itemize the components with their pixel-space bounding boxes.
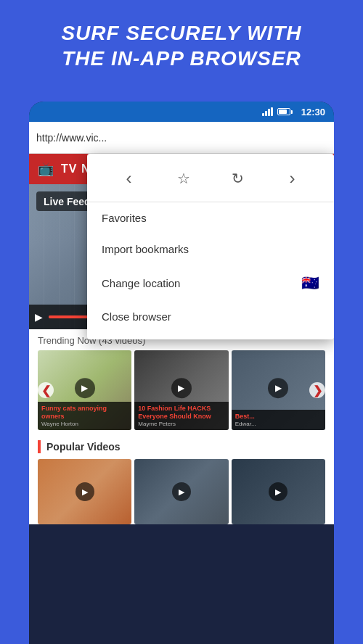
thumb-author: Wayne Horton [41,421,128,427]
menu-item-import-bookmarks[interactable]: Import bookmarks [87,234,334,265]
popular-header: Popular Videos [29,437,334,456]
tv-icon: 📺 [38,161,54,177]
pop-play-icon: ▶ [269,482,287,501]
menu-item-favorites[interactable]: Favorites [87,202,334,234]
bookmark-button[interactable]: ☆ [171,165,197,191]
thumb-info: 10 Fashion Life HACKS Everyone Should Kn… [134,402,228,430]
thumb-play-icon: ▶ [171,378,192,398]
favorites-label: Favorites [102,212,147,224]
status-time: 12:30 [301,107,325,117]
trending-next-button[interactable]: ❯ [309,382,325,398]
pop-play-icon: ▶ [172,482,191,501]
refresh-button[interactable]: ↻ [225,165,251,191]
back-button[interactable]: ‹ [116,165,142,191]
popular-thumbnails: ▶ ▶ ▶ [29,456,334,524]
trending-section: Trending Now (43 videos) ❮ ▶ Funny cats … [29,329,334,434]
phone-shell: 12:30 http://www.vic... 📺 TV NEWS Live F… [29,102,334,644]
url-bar[interactable]: http://www.vic... [29,122,334,154]
forward-button[interactable]: › [280,165,306,191]
thumb-title: Best... [235,413,322,421]
url-input[interactable]: http://www.vic... [36,132,327,144]
import-bookmarks-label: Import bookmarks [102,243,189,255]
live-feed-label: Live Feed [44,196,91,207]
thumb-title: Funny cats annoying owners [41,405,128,421]
close-browser-label: Close browser [102,310,171,323]
battery-icon [277,108,293,115]
thumb-title: 10 Fashion Life HACKS Everyone Should Kn… [138,405,224,421]
thumb-play-icon: ▶ [268,378,288,398]
thumb-info: Best... Edwar... [232,410,325,430]
menu-item-close-browser[interactable]: Close browser [87,301,334,332]
thumb-author: Edwar... [235,421,322,427]
list-item[interactable]: ▶ [134,459,228,524]
menu-item-change-location[interactable]: Change location 🇦🇺 [87,265,334,301]
trending-thumbnails: ❮ ▶ Funny cats annoying owners Wayne Hor… [38,350,325,430]
hero-line2: THE IN-APP BROWSER [62,47,301,70]
popular-section: Popular Videos ▶ ▶ ▶ [29,434,334,524]
popular-bar-accent [38,440,41,453]
hero-text: SURF SECURELY WITH THE IN-APP BROWSER [0,0,363,86]
trending-prev-button[interactable]: ❮ [38,382,54,398]
list-item[interactable]: ▶ [38,459,131,524]
location-flag-icon: 🇦🇺 [301,274,319,292]
thumb-author: Mayme Peters [138,421,224,427]
play-button[interactable]: ▶ [35,311,43,323]
pop-play-icon: ▶ [76,482,94,501]
popular-title: Popular Videos [46,441,121,453]
status-bar: 12:30 [29,102,334,122]
list-item[interactable]: ▶ [232,459,325,524]
hero-line1: SURF SECURELY WITH [61,22,301,44]
change-location-label: Change location [102,277,180,289]
list-item[interactable]: ▶ 10 Fashion Life HACKS Everyone Should … [134,350,228,430]
thumb-play-icon: ▶ [75,378,95,398]
browser-dropdown-menu: ‹ ☆ ↻ › Favorites Import bookmarks Chang… [87,154,334,339]
signal-strength-icon [262,107,273,116]
thumb-info: Funny cats annoying owners Wayne Horton [38,402,131,430]
dropdown-nav-row: ‹ ☆ ↻ › [87,161,334,202]
